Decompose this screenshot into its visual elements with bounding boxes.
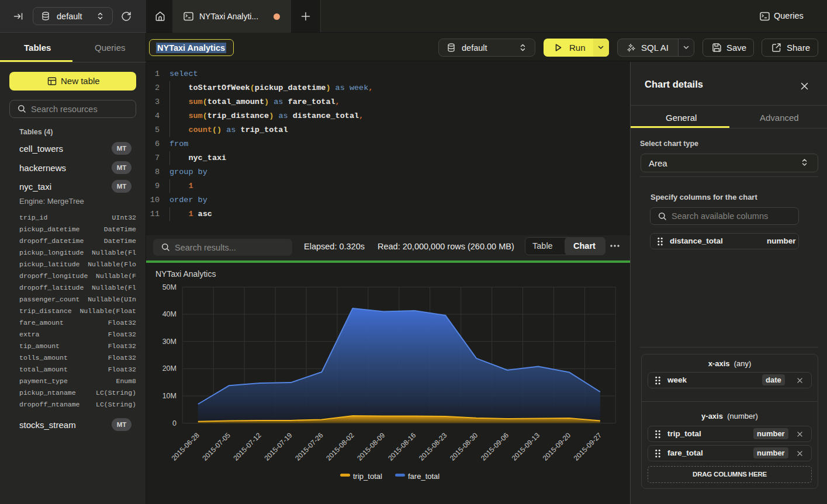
svg-text:10M: 10M (162, 392, 177, 400)
svg-text:20M: 20M (162, 364, 177, 373)
svg-text:2015-07-05: 2015-07-05 (201, 431, 233, 463)
svg-text:2015-09-27: 2015-09-27 (572, 431, 604, 463)
svg-text:2015-07-19: 2015-07-19 (262, 431, 294, 463)
svg-text:2015-06-28: 2015-06-28 (170, 431, 202, 463)
svg-text:2015-09-06: 2015-09-06 (479, 431, 511, 463)
svg-text:2015-07-12: 2015-07-12 (231, 431, 263, 463)
svg-text:2015-08-30: 2015-08-30 (448, 431, 480, 463)
svg-text:fare_total: fare_total (408, 472, 440, 481)
svg-text:trip_total: trip_total (353, 472, 382, 481)
svg-text:50M: 50M (162, 283, 177, 291)
svg-text:30M: 30M (162, 338, 177, 346)
svg-text:2015-08-02: 2015-08-02 (324, 431, 356, 463)
svg-text:0: 0 (172, 419, 177, 427)
svg-text:2015-08-23: 2015-08-23 (417, 431, 449, 463)
svg-text:2015-08-16: 2015-08-16 (386, 431, 418, 463)
svg-text:40M: 40M (162, 310, 177, 318)
svg-text:2015-09-20: 2015-09-20 (541, 431, 573, 463)
svg-text:2015-09-13: 2015-09-13 (510, 431, 542, 463)
svg-text:2015-07-26: 2015-07-26 (293, 431, 325, 463)
svg-text:2015-08-09: 2015-08-09 (355, 431, 387, 463)
